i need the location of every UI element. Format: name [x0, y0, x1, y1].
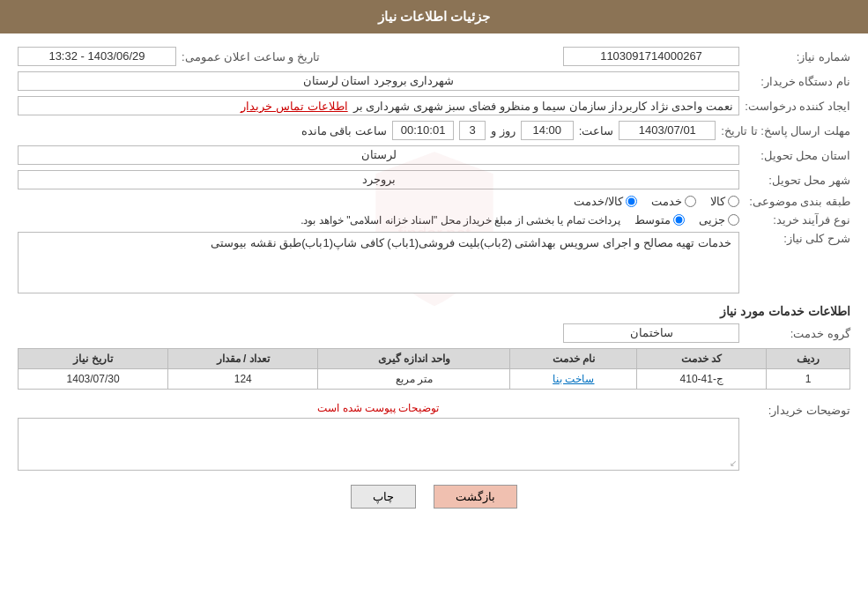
buyer-label: نام دستگاه خریدار: [745, 75, 850, 88]
purchase-jozi[interactable]: جزیی [699, 213, 739, 227]
back-button[interactable]: بازگشت [434, 485, 517, 509]
description-box: خدمات تهیه مصالح و اجرای سرویس بهداشتی (… [18, 232, 739, 293]
deadline-time: 14:00 [521, 121, 574, 140]
service-group-row: گروه خدمت: ساختمان [18, 323, 850, 343]
need-number-value: 1103091714000267 [563, 47, 739, 66]
th-unit: واحد اندازه گیری [318, 349, 510, 369]
buyer-desc-wrapper: توضیحات پیوست شده است ↙ [18, 398, 739, 471]
buyer-desc-label: توضیحات خریدار: [745, 398, 850, 417]
table-row: 1 ج-41-410 ساخت بنا متر مربع 124 1403/07… [19, 369, 850, 390]
buyer-value: شهرداری بروجرد استان لرستان [18, 71, 739, 91]
description-label: شرح کلی نیاز: [745, 232, 850, 245]
province-label: استان محل تحویل: [745, 149, 850, 162]
purchase-type-label: نوع فرآیند خرید: [745, 213, 850, 227]
announce-label: تاریخ و ساعت اعلان عمومی: [182, 50, 320, 63]
city-value: بروجرد [18, 170, 739, 189]
day-value: 3 [459, 121, 486, 140]
services-table: ردیف کد خدمت نام خدمت واحد اندازه گیری ت… [18, 348, 850, 390]
th-date: تاریخ نیاز [19, 349, 168, 369]
creator-link[interactable]: اطلاعات تماس خریدار [241, 100, 347, 113]
cell-name[interactable]: ساخت بنا [510, 369, 637, 390]
announce-value: 1403/06/29 - 13:32 [18, 47, 176, 66]
cell-unit: متر مربع [318, 369, 510, 390]
remaining-label: ساعت باقی مانده [301, 124, 387, 137]
table-header-row-labels: ردیف کد خدمت نام خدمت واحد اندازه گیری ت… [19, 349, 850, 369]
category-label: طبقه بندی موضوعی: [745, 195, 850, 208]
cell-code: ج-41-410 [637, 369, 767, 390]
deadline-label: مهلت ارسال پاسخ: تا تاریخ: [721, 124, 850, 137]
city-row: شهر محل تحویل: بروجرد [18, 170, 850, 189]
category-options: کالا خدمت کالا/خدمت [574, 195, 739, 208]
province-row: استان محل تحویل: لرستان [18, 145, 850, 165]
purchase-type-options: جزیی متوسط [634, 213, 739, 227]
buyer-desc-row: توضیحات خریدار: توضیحات پیوست شده است ↙ [18, 398, 850, 471]
day-label: روز و [491, 124, 516, 137]
need-number-label: شماره نیاز: [745, 50, 850, 63]
desc-corner: ↙ [730, 458, 737, 468]
button-row: بازگشت چاپ [18, 485, 850, 509]
cell-date: 1403/07/30 [19, 369, 168, 390]
deadline-row: مهلت ارسال پاسخ: تا تاریخ: 1403/07/01 سا… [18, 121, 850, 140]
service-group-label: گروه خدمت: [745, 327, 850, 340]
page-header: جزئیات اطلاعات نیاز [0, 0, 868, 33]
creator-label: ایجاد کننده درخواست: [745, 100, 850, 113]
cell-qty: 124 [168, 369, 318, 390]
remaining-value: 00:10:01 [392, 121, 454, 140]
creator-row: ایجاد کننده درخواست: نعمت واحدی نژاد کار… [18, 96, 850, 115]
buyer-desc-box: ↙ [18, 418, 739, 471]
category-kala-khedmat[interactable]: کالا/خدمت [574, 195, 637, 208]
description-value: خدمات تهیه مصالح و اجرای سرویس بهداشتی (… [211, 236, 731, 249]
th-qty: تعداد / مقدار [168, 349, 318, 369]
page-title: جزئیات اطلاعات نیاز [378, 9, 490, 24]
city-label: شهر محل تحویل: [745, 174, 850, 187]
th-row: ردیف [767, 349, 850, 369]
purchase-note: پرداخت تمام یا بخشی از مبلغ خریداز محل "… [18, 214, 629, 227]
province-value: لرستان [18, 145, 739, 165]
description-row: شرح کلی نیاز: خدمات تهیه مصالح و اجرای س… [18, 232, 850, 293]
deadline-date: 1403/07/01 [619, 121, 716, 140]
cell-row: 1 [767, 369, 850, 390]
need-number-row: شماره نیاز: 1103091714000267 تاریخ و ساع… [18, 47, 850, 66]
category-kala[interactable]: کالا [710, 195, 739, 208]
services-title: اطلاعات خدمات مورد نیاز [18, 304, 850, 318]
purchase-type-row: نوع فرآیند خرید: جزیی متوسط پرداخت تمام … [18, 213, 850, 227]
service-group-value: ساختمان [563, 323, 739, 343]
buyer-row: نام دستگاه خریدار: شهرداری بروجرد استان … [18, 71, 850, 91]
purchase-motavasset[interactable]: متوسط [634, 213, 685, 227]
creator-value: نعمت واحدی نژاد کاربرداز سازمان سیما و م… [353, 100, 733, 113]
creator-field: نعمت واحدی نژاد کاربرداز سازمان سیما و م… [18, 96, 739, 115]
category-row: طبقه بندی موضوعی: کالا خدمت کالا/خدمت [18, 195, 850, 208]
print-button[interactable]: چاپ [351, 485, 416, 509]
th-name: نام خدمت [510, 349, 637, 369]
buyer-desc-hint: توضیحات پیوست شده است [18, 398, 739, 418]
category-khedmat[interactable]: خدمت [651, 195, 696, 208]
th-code: کد خدمت [637, 349, 767, 369]
time-label: ساعت: [579, 124, 614, 137]
